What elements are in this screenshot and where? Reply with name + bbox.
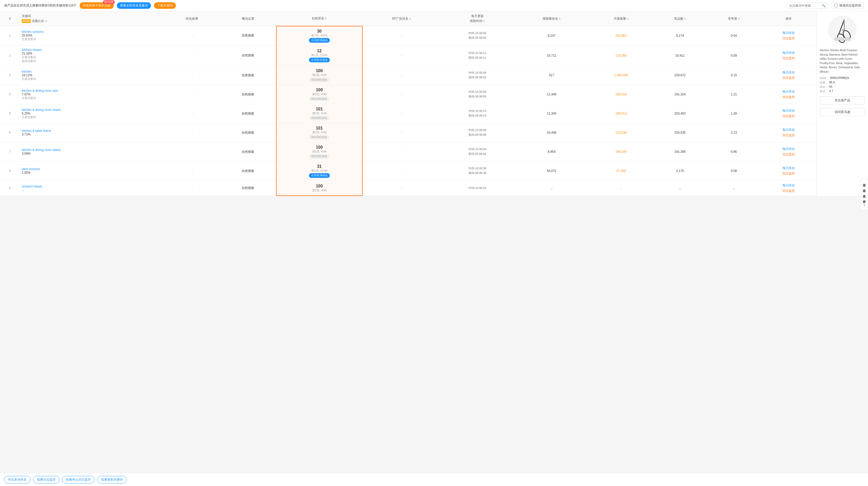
keyword-link[interactable]: kitchen scissors [22,30,44,34]
rank-page: 第1页, 31/48 [279,169,360,173]
filter-checkbox-wrapper[interactable]: 筛选坑位监控词 [832,2,864,9]
search-input[interactable] [789,4,820,7]
cell-conversion: - [164,123,220,142]
cell-time: 中05.10 00:05 美05.09 08:05 [440,26,515,45]
keyword-link[interactable]: kitchen & dining room chairs [22,108,61,112]
sort-icon-competition: ⇅ [738,17,740,20]
rank-box: 30 第1页, 30/48 今天00:05排名 [279,29,360,43]
cell-search-rank: 54,072 [515,161,589,180]
th-search-rank: 搜索量排名 ⇅ [515,11,589,26]
action-daily-link[interactable]: 每日排名 [782,183,795,188]
rank-number: 31 [279,164,360,169]
cell-search-rank: ... [515,180,589,196]
cell-index: 9 [0,180,20,196]
cell-monthly-search: 159,413 [589,104,653,123]
action-monitor-link[interactable]: 坑位监控 [782,189,795,193]
action-daily-link[interactable]: 每日排名 [782,166,795,170]
cell-time: 中05.10 00:04 美05.09 08:04 [440,66,515,85]
cell-action: 每日排名 坑位监控 [761,26,816,45]
action-monitor-link[interactable]: 坑位监控 [782,36,795,40]
keyword-link[interactable]: kitchen & dining room tables [22,148,61,152]
action-daily-link[interactable]: 每日排名 [782,31,795,35]
action-daily-link[interactable]: 每日排名 [782,51,795,55]
action-cell: 每日排名 坑位监控 [763,166,814,176]
action-cell: 每日排名 坑位监控 [763,128,814,138]
btn-view-all[interactable]: 查看全部变体流量词 [117,2,151,9]
rank-badge: 今天00:05排名 [309,38,330,43]
action-cell: 每日排名 坑位监控 [763,89,814,99]
visit-amazon-button[interactable]: 访问亚马逊 [820,108,865,116]
action-monitor-link[interactable]: 坑位监控 [782,76,795,80]
keyword-link[interactable]: kitchen [22,70,32,73]
follow-product-button[interactable]: 关注该产品 [820,96,865,104]
rank-badge: 今天00:11排名 [309,58,330,62]
svg-rect-6 [835,38,850,40]
asin-value: B09G2R9MQS [830,76,849,80]
rank-number: 100 [279,88,360,92]
cell-index: 7 [0,142,20,161]
side-tab-manager[interactable]: 客户经理 [861,195,868,196]
cell-sp-rank: - [363,26,440,45]
cell-time: 中05.10 00:16 [440,180,515,196]
side-tab-community[interactable]: 人群交流 [861,190,868,195]
cell-competition: 1.28 [707,104,761,123]
action-monitor-link[interactable]: 坑位监控 [782,133,795,138]
rank-box: 101 第3页, 5/48 05月09日排名 [279,126,360,140]
rank-page: 第3页, 4/48 [279,188,360,192]
keyword-link[interactable]: kitchen & dining room sets [22,89,58,93]
traffic-pct: ... [22,188,162,192]
cell-exposure: 自然搜索 [220,142,276,161]
action-monitor-link[interactable]: 坑位监控 [782,114,795,118]
cell-competitors: 203,453 [653,104,707,123]
cell-index: 2 [0,45,20,66]
action-daily-link[interactable]: 每日排名 [782,147,795,151]
cell-sp-rank: - [363,45,440,66]
rank-number: 100 [279,184,360,188]
keyword-link[interactable]: kitchen shears [22,48,42,52]
price-value: $5.9 [829,81,835,85]
action-cell: 每日排名 坑位监控 [763,31,814,40]
price-label: 价格： [820,81,828,85]
traffic-type: 主要流量词 [22,96,162,100]
btn-download[interactable]: 下载关键词 [154,2,176,9]
cell-natural-rank: 101 第3页, 5/48 05月09日排名 [276,123,362,142]
traffic-pct: 5.25% [22,112,162,115]
action-monitor-link[interactable]: 坑位监控 [782,152,795,157]
btn-quick-filter[interactable]: 快速筛查不相关流量 限时免费 [80,2,114,9]
table-row: 6 kitchen & table linens 3.71% - 自然搜索 10… [0,123,816,142]
cell-competition: 2.13 [707,123,761,142]
action-monitor-link[interactable]: 坑位监控 [782,56,795,60]
rank-badge: 05月09日排名 [309,135,329,140]
table-row: 3 kitchen 19.12% 主要流量词 - 自然搜索 100 第3页, 4… [0,66,816,85]
cell-natural-rank: 31 第1页, 31/48 今天00:38排名 [276,161,362,180]
cell-competition: 1.21 [707,85,761,104]
table-row: 5 kitchen & dining room chairs 5.25% 主要流… [0,104,816,123]
cell-search-rank: 8,954 [515,142,589,161]
action-daily-link[interactable]: 每日排名 [782,109,795,113]
sort-icon-comp: ⇅ [684,17,686,20]
cell-natural-rank: 100 第3页, 4/48 05月09日排名 [276,142,362,161]
cell-action: 每日排名 坑位监控 [761,45,816,66]
action-monitor-link[interactable]: 坑位监控 [782,172,795,176]
action-daily-link[interactable]: 每日排名 [782,89,795,94]
side-tab-faq[interactable]: 常见问题 [861,185,868,190]
keyword-link[interactable]: kitchen & table linens [22,129,51,132]
table-wrapper: # 关键词 测试版 流量占比 ⇅ [0,11,816,196]
top-bar: 该产品在近30天进入搜索结果前3页的关键词有116个 快速筛查不相关流量 限时免… [0,0,868,11]
keyword-link[interactable]: scissors heavy [22,185,42,188]
side-tab-usage[interactable]: 使用口诀 [861,179,868,185]
filter-monitor-checkbox[interactable] [834,4,838,7]
cell-exposure: 自然搜索 [220,104,276,123]
product-image [827,14,858,45]
cell-monthly-search: 110,038 [589,123,653,142]
cell-conversion: - [164,66,220,85]
cell-time: 中05.10 00:04 美05.09 08:04 [440,85,515,104]
cell-keyword: kitchen scissors 25.63% 主要流量词 [20,26,164,45]
traffic-pct: 21.33% [22,52,162,55]
action-monitor-link[interactable]: 坑位监控 [782,95,795,99]
action-daily-link[interactable]: 每日排名 [782,70,795,75]
action-daily-link[interactable]: 每日排名 [782,128,795,132]
sort-icon-search: ⇅ [559,17,561,20]
th-competition: 竞争度 ⇅ [707,11,761,26]
keyword-link[interactable]: herb scissors [22,167,40,171]
